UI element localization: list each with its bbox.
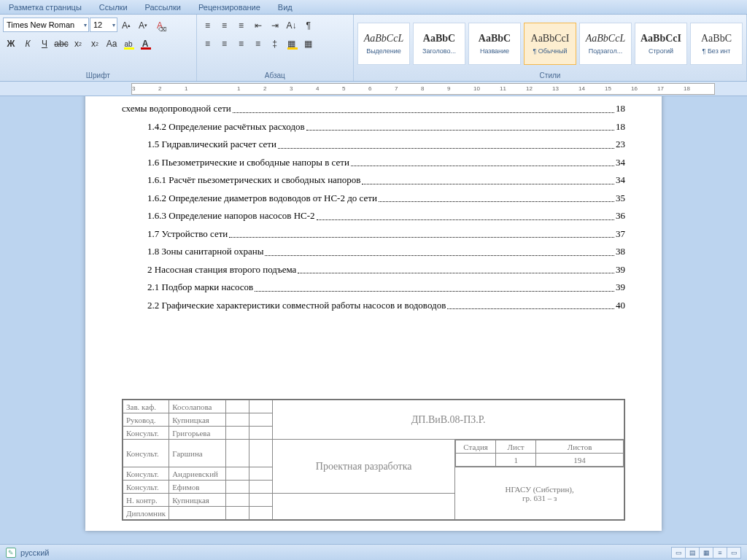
style-name: ¶ Обычный (533, 47, 567, 55)
stamp-role: Консульт. (123, 467, 169, 481)
status-language[interactable]: русский (20, 548, 49, 557)
grow-font-button[interactable]: A▴ (118, 18, 134, 34)
stamp-name: Григорьева (169, 427, 226, 440)
sort-button[interactable]: A↓ (284, 18, 300, 34)
justify-button[interactable]: ≡ (250, 36, 266, 52)
numbering-button[interactable]: ≡ (217, 18, 233, 34)
tab-references[interactable]: Ссылки (90, 1, 136, 14)
ruler-tick: 9 (447, 85, 450, 92)
document-area[interactable]: схемы водопроводной сети181.4.2 Определе… (0, 96, 747, 542)
highlight-button[interactable]: ab (120, 36, 136, 52)
stamp-val-stage (456, 454, 496, 467)
outline-view-button[interactable]: ≡ (713, 547, 727, 559)
styles-group-label: Стили (357, 71, 743, 81)
tab-view[interactable]: Вид (269, 1, 301, 14)
toc-line: схемы водопроводной сети18 (122, 101, 625, 116)
bullets-button[interactable]: ≡ (200, 18, 216, 34)
spellcheck-icon[interactable]: ✎ (6, 548, 16, 558)
web-view-button[interactable]: ▦ (699, 547, 713, 559)
stamp-name: Ефимов (169, 481, 226, 494)
tab-mailings[interactable]: Рассылки (136, 1, 190, 14)
toc-page: 36 (616, 209, 625, 223)
italic-button[interactable]: К (20, 36, 36, 52)
toc-page: 35 (616, 191, 625, 206)
draft-view-button[interactable]: ▭ (727, 547, 741, 559)
align-left-button[interactable]: ≡ (200, 36, 216, 52)
style-item[interactable]: AaBbCcI¶ Обычный (524, 23, 576, 65)
superscript-button[interactable]: x2 (87, 36, 103, 52)
ruler-tick: 16 (631, 85, 638, 92)
bold-button[interactable]: Ж (3, 36, 19, 52)
toc-line: 1.6.1 Расчёт пьезометрических и свободны… (122, 173, 625, 187)
font-name-combo[interactable]: Times New Roman (3, 18, 89, 32)
toc-leader (362, 173, 614, 184)
stamp-name: Косолапова (169, 400, 226, 413)
toc-line: 2 Насосная станция второго подъема39 (122, 262, 625, 277)
tab-review[interactable]: Рецензирование (190, 1, 269, 14)
style-item[interactable]: AaBbCcLПодзагол... (579, 23, 632, 65)
ruler-tick: 1 (237, 85, 240, 92)
font-size-combo[interactable]: 12 (90, 18, 117, 32)
style-preview: AaBbC (701, 33, 732, 44)
font-color-button[interactable]: A (137, 36, 153, 52)
outdent-button[interactable]: ⇤ (250, 18, 266, 34)
stamp-name: Андриевский (169, 467, 226, 481)
style-preview: AaBbCcL (364, 33, 403, 44)
style-item[interactable]: AaBbCНазвание (468, 23, 521, 65)
ruler-tick: 5 (342, 85, 345, 92)
toc-line: 2.1 Подбор марки насосов39 (122, 280, 625, 295)
align-center-button[interactable]: ≡ (217, 36, 233, 52)
tab-page-layout[interactable]: Разметка страницы (0, 1, 90, 14)
reading-view-button[interactable]: ▤ (685, 547, 700, 559)
stamp-role: Консульт. (123, 481, 169, 494)
borders-button[interactable]: ▦ (301, 36, 317, 52)
print-layout-view-button[interactable]: ▭ (671, 547, 686, 559)
toc-line: 1.6 Пьезометрические и свободные напоры … (122, 155, 625, 170)
toc-text: 1.7 Устройство сети (147, 227, 228, 241)
style-item[interactable]: AaBbCcLВыделение (357, 23, 410, 65)
toc-page: 40 (616, 298, 625, 313)
style-preview: AaBbC (479, 33, 511, 44)
toc-text: 2.1 Подбор марки насосов (147, 280, 253, 295)
toc-line: 1.6.3 Определение напоров насосов НС-236 (122, 209, 625, 223)
subscript-button[interactable]: x2 (70, 36, 86, 52)
horizontal-ruler[interactable]: 321123456789101112131415161718 (131, 83, 715, 95)
indent-button[interactable]: ⇥ (267, 18, 283, 34)
show-marks-button[interactable]: ¶ (301, 18, 317, 34)
style-name: Выделение (366, 47, 401, 55)
toc-leader (229, 227, 614, 238)
clear-format-button[interactable]: A⌫ (152, 18, 168, 34)
ruler-tick: 18 (684, 85, 690, 92)
shading-button[interactable]: ▦ (284, 36, 300, 52)
stamp-title: Проектная разработка (273, 440, 455, 494)
underline-button[interactable]: Ч (36, 36, 53, 52)
toc-line: 1.6.2 Определение диаметров водоводов от… (122, 191, 625, 206)
stamp-header-sheets: Листов (536, 440, 624, 454)
style-preview: AaBbC (423, 33, 455, 44)
stamp-code: ДП.ВиВ.08-ПЗ.Р. (273, 400, 624, 440)
toc-page: 39 (616, 262, 625, 277)
status-bar: ✎ русский ▭ ▤ ▦ ≡ ▭ (0, 544, 747, 560)
stamp-name: Купницкая (169, 494, 226, 507)
toc-line: 2.2 Графические характеристики совместно… (122, 298, 625, 313)
change-case-button[interactable]: Aa (104, 36, 120, 52)
align-right-button[interactable]: ≡ (233, 36, 249, 52)
strike-button[interactable]: abc (53, 36, 69, 52)
style-item[interactable]: AaBbC¶ Без инт (690, 23, 743, 65)
toc-page: 23 (616, 137, 625, 152)
ruler-tick: 10 (473, 85, 480, 92)
ruler-tick: 1 (185, 85, 187, 92)
stamp-name: Гаршина (169, 440, 226, 467)
toc-text: 2 Насосная станция второго подъема (147, 262, 296, 277)
toc-page: 38 (616, 244, 625, 259)
stamp-role: Консульт. (123, 440, 169, 467)
multilevel-button[interactable]: ≡ (233, 18, 249, 34)
style-item[interactable]: AaBbCЗаголово... (413, 23, 465, 65)
line-spacing-button[interactable]: ‡ (267, 36, 283, 52)
toc-text: 1.6.1 Расчёт пьезометрических и свободны… (147, 173, 360, 187)
toc-leader (317, 209, 614, 220)
shrink-font-button[interactable]: A▾ (135, 18, 151, 34)
style-item[interactable]: AaBbCcIСтрогий (635, 23, 687, 65)
toc-line: 1.4.2 Определение расчётных расходов18 (122, 120, 625, 134)
ruler-tick: 11 (500, 85, 506, 92)
